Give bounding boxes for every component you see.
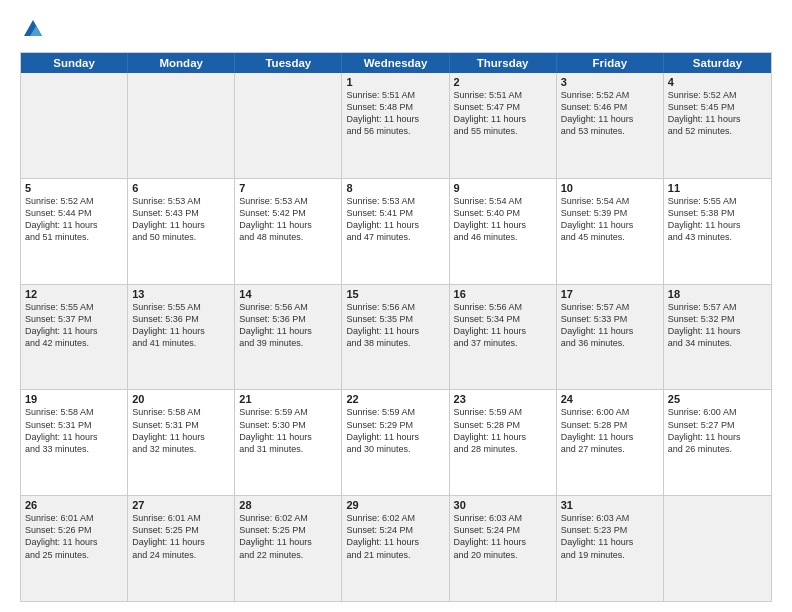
cell-text: Sunrise: 5:52 AM Sunset: 5:45 PM Dayligh… xyxy=(668,89,767,138)
day-cell-12: 12Sunrise: 5:55 AM Sunset: 5:37 PM Dayli… xyxy=(21,285,128,390)
day-cell-31: 31Sunrise: 6:03 AM Sunset: 5:23 PM Dayli… xyxy=(557,496,664,601)
day-number: 1 xyxy=(346,76,444,88)
day-number: 16 xyxy=(454,288,552,300)
cell-text: Sunrise: 5:53 AM Sunset: 5:42 PM Dayligh… xyxy=(239,195,337,244)
day-cell-17: 17Sunrise: 5:57 AM Sunset: 5:33 PM Dayli… xyxy=(557,285,664,390)
logo-icon xyxy=(22,18,44,40)
calendar-row-3: 12Sunrise: 5:55 AM Sunset: 5:37 PM Dayli… xyxy=(21,285,771,391)
cell-text: Sunrise: 5:57 AM Sunset: 5:33 PM Dayligh… xyxy=(561,301,659,350)
day-number: 14 xyxy=(239,288,337,300)
weekday-header-friday: Friday xyxy=(557,53,664,73)
header xyxy=(20,18,772,44)
day-number: 17 xyxy=(561,288,659,300)
day-number: 30 xyxy=(454,499,552,511)
day-cell-4: 4Sunrise: 5:52 AM Sunset: 5:45 PM Daylig… xyxy=(664,73,771,178)
cell-text: Sunrise: 5:55 AM Sunset: 5:38 PM Dayligh… xyxy=(668,195,767,244)
day-cell-21: 21Sunrise: 5:59 AM Sunset: 5:30 PM Dayli… xyxy=(235,390,342,495)
cell-text: Sunrise: 5:52 AM Sunset: 5:46 PM Dayligh… xyxy=(561,89,659,138)
day-cell-26: 26Sunrise: 6:01 AM Sunset: 5:26 PM Dayli… xyxy=(21,496,128,601)
cell-text: Sunrise: 5:56 AM Sunset: 5:36 PM Dayligh… xyxy=(239,301,337,350)
calendar-row-5: 26Sunrise: 6:01 AM Sunset: 5:26 PM Dayli… xyxy=(21,496,771,601)
day-cell-9: 9Sunrise: 5:54 AM Sunset: 5:40 PM Daylig… xyxy=(450,179,557,284)
empty-cell xyxy=(235,73,342,178)
calendar-row-4: 19Sunrise: 5:58 AM Sunset: 5:31 PM Dayli… xyxy=(21,390,771,496)
cell-text: Sunrise: 5:53 AM Sunset: 5:41 PM Dayligh… xyxy=(346,195,444,244)
calendar-header: SundayMondayTuesdayWednesdayThursdayFrid… xyxy=(21,53,771,73)
weekday-header-tuesday: Tuesday xyxy=(235,53,342,73)
day-cell-15: 15Sunrise: 5:56 AM Sunset: 5:35 PM Dayli… xyxy=(342,285,449,390)
day-cell-30: 30Sunrise: 6:03 AM Sunset: 5:24 PM Dayli… xyxy=(450,496,557,601)
weekday-header-wednesday: Wednesday xyxy=(342,53,449,73)
day-number: 22 xyxy=(346,393,444,405)
day-number: 25 xyxy=(668,393,767,405)
cell-text: Sunrise: 5:59 AM Sunset: 5:29 PM Dayligh… xyxy=(346,406,444,455)
day-cell-23: 23Sunrise: 5:59 AM Sunset: 5:28 PM Dayli… xyxy=(450,390,557,495)
day-cell-16: 16Sunrise: 5:56 AM Sunset: 5:34 PM Dayli… xyxy=(450,285,557,390)
day-cell-14: 14Sunrise: 5:56 AM Sunset: 5:36 PM Dayli… xyxy=(235,285,342,390)
day-number: 13 xyxy=(132,288,230,300)
calendar-row-2: 5Sunrise: 5:52 AM Sunset: 5:44 PM Daylig… xyxy=(21,179,771,285)
cell-text: Sunrise: 5:51 AM Sunset: 5:47 PM Dayligh… xyxy=(454,89,552,138)
day-cell-28: 28Sunrise: 6:02 AM Sunset: 5:25 PM Dayli… xyxy=(235,496,342,601)
day-number: 8 xyxy=(346,182,444,194)
weekday-header-sunday: Sunday xyxy=(21,53,128,73)
cell-text: Sunrise: 5:54 AM Sunset: 5:39 PM Dayligh… xyxy=(561,195,659,244)
day-cell-10: 10Sunrise: 5:54 AM Sunset: 5:39 PM Dayli… xyxy=(557,179,664,284)
logo xyxy=(20,18,44,44)
day-cell-7: 7Sunrise: 5:53 AM Sunset: 5:42 PM Daylig… xyxy=(235,179,342,284)
cell-text: Sunrise: 5:51 AM Sunset: 5:48 PM Dayligh… xyxy=(346,89,444,138)
cell-text: Sunrise: 6:02 AM Sunset: 5:25 PM Dayligh… xyxy=(239,512,337,561)
day-number: 10 xyxy=(561,182,659,194)
day-cell-3: 3Sunrise: 5:52 AM Sunset: 5:46 PM Daylig… xyxy=(557,73,664,178)
calendar-row-1: 1Sunrise: 5:51 AM Sunset: 5:48 PM Daylig… xyxy=(21,73,771,179)
day-cell-18: 18Sunrise: 5:57 AM Sunset: 5:32 PM Dayli… xyxy=(664,285,771,390)
cell-text: Sunrise: 5:53 AM Sunset: 5:43 PM Dayligh… xyxy=(132,195,230,244)
day-cell-6: 6Sunrise: 5:53 AM Sunset: 5:43 PM Daylig… xyxy=(128,179,235,284)
day-number: 31 xyxy=(561,499,659,511)
weekday-header-saturday: Saturday xyxy=(664,53,771,73)
day-number: 28 xyxy=(239,499,337,511)
day-cell-5: 5Sunrise: 5:52 AM Sunset: 5:44 PM Daylig… xyxy=(21,179,128,284)
day-cell-19: 19Sunrise: 5:58 AM Sunset: 5:31 PM Dayli… xyxy=(21,390,128,495)
weekday-header-thursday: Thursday xyxy=(450,53,557,73)
day-number: 6 xyxy=(132,182,230,194)
cell-text: Sunrise: 5:52 AM Sunset: 5:44 PM Dayligh… xyxy=(25,195,123,244)
day-cell-24: 24Sunrise: 6:00 AM Sunset: 5:28 PM Dayli… xyxy=(557,390,664,495)
day-number: 29 xyxy=(346,499,444,511)
day-number: 2 xyxy=(454,76,552,88)
calendar: SundayMondayTuesdayWednesdayThursdayFrid… xyxy=(20,52,772,602)
day-cell-11: 11Sunrise: 5:55 AM Sunset: 5:38 PM Dayli… xyxy=(664,179,771,284)
cell-text: Sunrise: 6:03 AM Sunset: 5:24 PM Dayligh… xyxy=(454,512,552,561)
cell-text: Sunrise: 6:00 AM Sunset: 5:28 PM Dayligh… xyxy=(561,406,659,455)
day-number: 19 xyxy=(25,393,123,405)
day-cell-1: 1Sunrise: 5:51 AM Sunset: 5:48 PM Daylig… xyxy=(342,73,449,178)
empty-cell xyxy=(664,496,771,601)
cell-text: Sunrise: 5:59 AM Sunset: 5:28 PM Dayligh… xyxy=(454,406,552,455)
day-cell-22: 22Sunrise: 5:59 AM Sunset: 5:29 PM Dayli… xyxy=(342,390,449,495)
day-number: 24 xyxy=(561,393,659,405)
day-number: 3 xyxy=(561,76,659,88)
day-number: 26 xyxy=(25,499,123,511)
day-number: 5 xyxy=(25,182,123,194)
cell-text: Sunrise: 6:01 AM Sunset: 5:25 PM Dayligh… xyxy=(132,512,230,561)
day-number: 20 xyxy=(132,393,230,405)
day-number: 11 xyxy=(668,182,767,194)
day-number: 27 xyxy=(132,499,230,511)
empty-cell xyxy=(128,73,235,178)
cell-text: Sunrise: 5:59 AM Sunset: 5:30 PM Dayligh… xyxy=(239,406,337,455)
day-number: 18 xyxy=(668,288,767,300)
day-number: 15 xyxy=(346,288,444,300)
cell-text: Sunrise: 5:56 AM Sunset: 5:35 PM Dayligh… xyxy=(346,301,444,350)
weekday-header-monday: Monday xyxy=(128,53,235,73)
day-cell-27: 27Sunrise: 6:01 AM Sunset: 5:25 PM Dayli… xyxy=(128,496,235,601)
cell-text: Sunrise: 5:58 AM Sunset: 5:31 PM Dayligh… xyxy=(132,406,230,455)
cell-text: Sunrise: 6:02 AM Sunset: 5:24 PM Dayligh… xyxy=(346,512,444,561)
cell-text: Sunrise: 5:58 AM Sunset: 5:31 PM Dayligh… xyxy=(25,406,123,455)
calendar-body: 1Sunrise: 5:51 AM Sunset: 5:48 PM Daylig… xyxy=(21,73,771,601)
day-cell-29: 29Sunrise: 6:02 AM Sunset: 5:24 PM Dayli… xyxy=(342,496,449,601)
cell-text: Sunrise: 6:01 AM Sunset: 5:26 PM Dayligh… xyxy=(25,512,123,561)
cell-text: Sunrise: 5:55 AM Sunset: 5:37 PM Dayligh… xyxy=(25,301,123,350)
cell-text: Sunrise: 5:54 AM Sunset: 5:40 PM Dayligh… xyxy=(454,195,552,244)
day-number: 9 xyxy=(454,182,552,194)
day-cell-13: 13Sunrise: 5:55 AM Sunset: 5:36 PM Dayli… xyxy=(128,285,235,390)
